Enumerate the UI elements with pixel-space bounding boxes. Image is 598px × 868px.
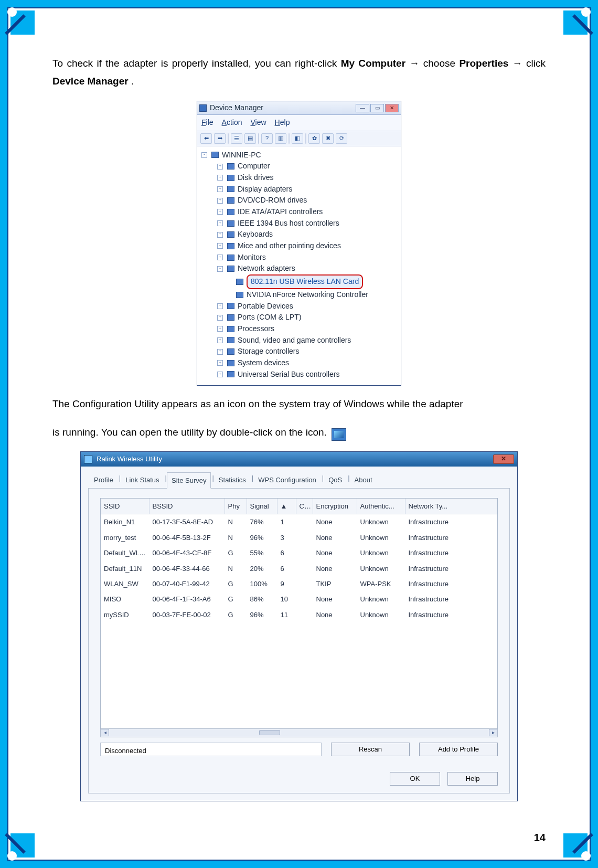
horizontal-scrollbar[interactable]: ◂ ▸: [100, 729, 498, 737]
view-icon[interactable]: ▥: [275, 133, 286, 144]
dm-menu-file[interactable]: File: [201, 116, 213, 129]
refresh-icon[interactable]: ⟳: [336, 133, 347, 144]
column-header[interactable]: ▲: [277, 499, 296, 514]
table-cell: Unknown: [357, 530, 405, 545]
table-cell: G: [225, 576, 247, 591]
dm-node-label: IDE ATA/ATAPI controllers: [238, 206, 323, 218]
column-header[interactable]: Phy: [225, 499, 247, 514]
tab-link-status[interactable]: Link Status: [121, 472, 164, 488]
dm-node[interactable]: +Portable Devices: [201, 301, 397, 312]
tab-about[interactable]: About: [350, 472, 377, 488]
column-header[interactable]: Signal: [247, 499, 277, 514]
table-row[interactable]: Default_WL...00-06-4F-43-CF-8FG55%6NoneU…: [101, 545, 497, 560]
column-header[interactable]: Network Ty...: [405, 499, 497, 514]
column-header[interactable]: SSID: [101, 499, 149, 514]
expand-icon[interactable]: +: [217, 315, 223, 321]
expand-icon[interactable]: +: [217, 175, 223, 181]
dm-node[interactable]: +Storage controllers: [201, 346, 397, 357]
tab-site-survey[interactable]: Site Survey: [167, 472, 211, 489]
properties-icon[interactable]: ▤: [244, 133, 256, 144]
tab-statistics[interactable]: Statistics: [214, 472, 251, 488]
expand-icon[interactable]: +: [217, 372, 223, 377]
dm-subnode-nvidia[interactable]: NVIDIA nForce Networking Controller: [201, 289, 397, 301]
dm-node[interactable]: +Mice and other pointing devices: [201, 240, 397, 252]
forward-icon[interactable]: ➡: [214, 133, 226, 144]
dm-node-label: Ports (COM & LPT): [238, 312, 301, 323]
dm-node[interactable]: +Monitors: [201, 252, 397, 263]
dm-node[interactable]: +DVD/CD-ROM drives: [201, 195, 397, 206]
dm-node[interactable]: +Display adapters: [201, 184, 397, 195]
dm-node[interactable]: +IEEE 1394 Bus host controllers: [201, 218, 397, 229]
expand-icon[interactable]: +: [217, 326, 223, 332]
expand-icon[interactable]: +: [217, 220, 223, 226]
column-header[interactable]: Encryption: [313, 499, 357, 514]
expand-icon[interactable]: +: [217, 164, 223, 170]
expand-icon[interactable]: +: [217, 186, 223, 192]
ok-button[interactable]: OK: [390, 772, 440, 786]
scroll-right-icon[interactable]: ▸: [489, 729, 497, 736]
table-row[interactable]: WLAN_SW00-07-40-F1-99-42G100%9TKIPWPA-PS…: [101, 576, 497, 591]
collapse-icon[interactable]: -: [217, 266, 223, 272]
mid-paragraph-1: The Configuration Utility appears as an …: [52, 395, 546, 413]
scan-icon[interactable]: ◧: [292, 133, 303, 144]
expand-icon[interactable]: +: [217, 303, 223, 309]
dm-menu-view[interactable]: View: [251, 116, 266, 129]
dm-node[interactable]: +Universal Serial Bus controllers: [201, 369, 397, 380]
minimize-button[interactable]: —: [356, 104, 369, 112]
dm-node[interactable]: +System devices: [201, 357, 397, 369]
scroll-thumb[interactable]: [259, 730, 280, 735]
table-cell: mySSID: [101, 607, 149, 622]
tab-wps-configuration[interactable]: WPS Configuration: [253, 472, 321, 488]
expand-icon[interactable]: +: [217, 255, 223, 260]
expand-icon[interactable]: +: [217, 209, 223, 215]
expand-icon[interactable]: +: [217, 337, 223, 343]
dm-node[interactable]: +Ports (COM & LPT): [201, 312, 397, 323]
help-icon[interactable]: ?: [261, 133, 273, 144]
table-header-row[interactable]: SSIDBSSIDPhySignal▲C...EncryptionAuthent…: [101, 499, 497, 514]
dm-node-network-adapters[interactable]: - Network adapters: [201, 263, 397, 274]
tray-utility-icon[interactable]: [332, 428, 346, 441]
table-cell: 00-17-3F-5A-8E-AD: [149, 514, 225, 530]
dm-node[interactable]: +Keyboards: [201, 229, 397, 240]
tab-qos[interactable]: QoS: [324, 472, 347, 488]
uninstall-icon[interactable]: ✖: [322, 133, 334, 144]
table-cell: None: [313, 514, 357, 530]
table-row[interactable]: morry_test00-06-4F-5B-13-2FN96%3NoneUnkn…: [101, 530, 497, 545]
dm-node[interactable]: +Computer: [201, 161, 397, 172]
dm-node[interactable]: +Sound, video and game controllers: [201, 335, 397, 346]
table-row[interactable]: Default_11N00-06-4F-33-44-66N20%6NoneUnk…: [101, 561, 497, 576]
tab-profile[interactable]: Profile: [89, 472, 118, 488]
table-row[interactable]: Belkin_N100-17-3F-5A-8E-ADN76%1NoneUnkno…: [101, 514, 497, 530]
add-to-profile-button[interactable]: Add to Profile: [419, 743, 498, 756]
expand-icon[interactable]: +: [217, 198, 223, 204]
mid-text-2: is running. You can open the utility by …: [52, 427, 327, 438]
table-row[interactable]: mySSID00-03-7F-FE-00-02G96%11NoneUnknown…: [101, 607, 497, 622]
dm-root-label[interactable]: WINNIE-PC: [222, 150, 261, 161]
expand-icon[interactable]: +: [217, 232, 223, 238]
back-icon[interactable]: ⬅: [200, 133, 212, 144]
dm-menu-help[interactable]: Help: [275, 116, 290, 129]
column-header[interactable]: Authentic...: [357, 499, 405, 514]
expand-icon[interactable]: +: [217, 349, 223, 355]
column-header[interactable]: BSSID: [149, 499, 225, 514]
dm-subnode-wireless[interactable]: 802.11n USB Wireless LAN Card: [201, 274, 397, 289]
table-cell: 1: [277, 514, 296, 530]
column-header[interactable]: C...: [296, 499, 313, 514]
dm-menu-action[interactable]: Action: [222, 116, 242, 129]
help-button[interactable]: Help: [447, 772, 498, 786]
table-cell: G: [225, 591, 247, 607]
dm-node[interactable]: +Disk drives: [201, 172, 397, 184]
update-icon[interactable]: ✿: [308, 133, 320, 144]
maximize-button[interactable]: ▭: [370, 104, 384, 112]
dm-node[interactable]: +IDE ATA/ATAPI controllers: [201, 206, 397, 218]
expand-icon[interactable]: +: [217, 360, 223, 366]
expand-icon[interactable]: +: [217, 243, 223, 249]
rescan-button[interactable]: Rescan: [331, 743, 410, 756]
collapse-icon[interactable]: -: [201, 152, 207, 158]
table-row[interactable]: MISO00-06-4F-1F-34-A6G86%10NoneUnknownIn…: [101, 591, 497, 607]
tree-icon[interactable]: ☰: [231, 133, 242, 144]
dm-node[interactable]: +Processors: [201, 323, 397, 335]
close-button[interactable]: ✕: [493, 454, 514, 464]
close-button[interactable]: ✕: [385, 104, 399, 112]
scroll-left-icon[interactable]: ◂: [101, 729, 109, 736]
